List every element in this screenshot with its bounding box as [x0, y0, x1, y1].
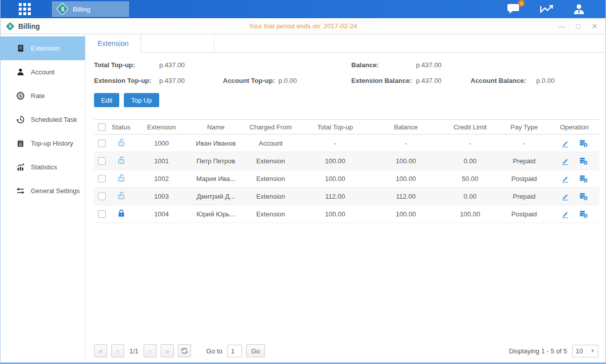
- row-checkbox[interactable]: [98, 140, 106, 147]
- edit-pencil-icon[interactable]: [561, 139, 570, 148]
- page-indicator: 1/1: [129, 347, 138, 355]
- row-checkbox[interactable]: [98, 157, 106, 165]
- edit-pencil-icon[interactable]: [561, 192, 570, 201]
- sidebar-item-statistics[interactable]: Statistics: [1, 155, 85, 179]
- sidebar-item-label: Account: [31, 68, 55, 76]
- first-page-button[interactable]: «: [94, 344, 107, 357]
- row-checkbox[interactable]: [98, 193, 106, 200]
- cell-balance: 112.00: [370, 193, 441, 200]
- col-header-extension: Extension: [133, 123, 190, 131]
- cell-name: Мария Ива...: [190, 175, 242, 183]
- sidebar-item-label: Scheduled Task: [31, 116, 77, 123]
- cell-charged-from: Extension: [242, 210, 300, 218]
- col-header-name: Name: [190, 123, 242, 131]
- goto-page-input[interactable]: [227, 345, 242, 357]
- total-topup-label: Total Top-up:: [94, 61, 159, 69]
- row-checkbox[interactable]: [98, 175, 106, 183]
- topup-coins-icon[interactable]: $: [579, 174, 588, 183]
- displaying-count: Displaying 1 - 5 of 5: [509, 347, 567, 355]
- topup-coins-icon[interactable]: $: [579, 210, 588, 218]
- prev-page-button[interactable]: ‹: [111, 344, 124, 357]
- maximize-icon[interactable]: □: [574, 22, 582, 30]
- next-page-button[interactable]: ›: [144, 344, 157, 357]
- topup-coins-icon[interactable]: $: [579, 139, 588, 148]
- cell-name: Иван Иванов: [190, 140, 242, 147]
- col-header-credit-limit: Credit Limit: [441, 123, 499, 131]
- window-title: Billing: [18, 22, 40, 30]
- account-topup-value: p.0.00: [278, 77, 297, 84]
- table-row: 1001 Петр Петров Extension 100.00 100.00…: [94, 152, 599, 170]
- edit-pencil-icon[interactable]: [561, 210, 570, 218]
- last-page-button[interactable]: »: [161, 344, 174, 357]
- extension-topup-value: p.437.00: [159, 77, 223, 84]
- cell-balance: -: [370, 140, 441, 147]
- cell-balance: 100.00: [370, 157, 441, 165]
- col-header-total-topup: Total Top-up: [300, 123, 370, 131]
- close-icon[interactable]: ✕: [590, 22, 598, 30]
- row-checkbox[interactable]: [98, 210, 106, 218]
- edit-pencil-icon[interactable]: [561, 174, 570, 183]
- user-account-icon[interactable]: [573, 3, 585, 16]
- ledger-icon: [16, 44, 25, 53]
- notepad-icon: [16, 139, 25, 148]
- sidebar-item-general-settings[interactable]: General Settings: [1, 179, 85, 203]
- select-all-checkbox[interactable]: [98, 123, 106, 131]
- sidebar-item-label: Rate: [31, 92, 44, 100]
- svg-text:$: $: [584, 143, 586, 147]
- edit-button[interactable]: Edit: [94, 93, 119, 107]
- app-window: $ Billing !: [0, 0, 606, 364]
- cell-charged-from: Extension: [242, 157, 300, 165]
- cell-credit-limit: 0.00: [441, 157, 499, 165]
- sidebar-item-topup-history[interactable]: Top-up History: [1, 131, 85, 155]
- extension-topup-label: Extension Top-up:: [94, 77, 159, 84]
- table-header-row: Status Extension Name Charged From Total…: [94, 119, 599, 134]
- page-size-value: 10: [576, 347, 583, 355]
- extension-balance-label: Extension Balance:: [351, 77, 416, 84]
- cell-pay-type: -: [499, 140, 549, 147]
- col-header-charged-from: Charged From: [242, 123, 300, 131]
- cell-extension: 1002: [133, 175, 190, 183]
- cell-total-topup: 112.00: [300, 193, 370, 200]
- svg-text:$: $: [584, 214, 586, 217]
- sidebar-item-scheduled-task[interactable]: Scheduled Task: [1, 108, 85, 131]
- page-size-select[interactable]: 10 ▼: [572, 345, 598, 357]
- svg-text:$: $: [584, 178, 586, 182]
- cell-name: Петр Петров: [190, 157, 242, 165]
- go-button[interactable]: Go: [246, 344, 265, 357]
- table-row: 1002 Мария Ива... Extension 100.00 100.0…: [94, 170, 599, 188]
- table-row: 1000 Иван Иванов Account - - - - $: [94, 134, 599, 152]
- col-header-status: Status: [109, 123, 133, 131]
- sidebar-item-account[interactable]: Account: [1, 60, 85, 84]
- cell-extension: 1004: [133, 210, 190, 218]
- sidebar-item-extension[interactable]: Extension: [1, 36, 85, 60]
- cell-credit-limit: 100.00: [441, 210, 499, 218]
- topup-coins-icon[interactable]: $: [579, 192, 588, 201]
- minimize-icon[interactable]: —: [558, 22, 566, 30]
- sidebar-item-label: Statistics: [31, 163, 57, 171]
- topup-coins-icon[interactable]: $: [579, 157, 588, 165]
- cell-charged-from: Account: [242, 140, 300, 147]
- reports-chart-icon[interactable]: [540, 4, 553, 15]
- cell-pay-type: Prepaid: [499, 157, 549, 165]
- cell-total-topup: 100.00: [300, 157, 370, 165]
- tab-extension[interactable]: Extension: [85, 34, 141, 53]
- sidebar: Extension Account $ Rate: [1, 34, 85, 362]
- person-icon: [16, 68, 25, 76]
- cell-extension: 1001: [133, 157, 190, 165]
- messages-icon[interactable]: !: [507, 3, 521, 15]
- taskbar-tab-label: Billing: [73, 6, 90, 13]
- taskbar-tab-billing[interactable]: $ Billing: [52, 2, 129, 17]
- history-clock-icon: [16, 115, 25, 124]
- trial-notice: Your trial period ends on: 2017-02-24: [1, 22, 605, 30]
- edit-pencil-icon[interactable]: [561, 157, 570, 165]
- svg-text:$: $: [19, 94, 22, 98]
- table-row: 1003 Дмитрий Д... Extension 112.00 112.0…: [94, 188, 599, 205]
- cell-total-topup: -: [300, 140, 370, 147]
- refresh-button[interactable]: [178, 344, 191, 357]
- app-launcher-icon[interactable]: [19, 3, 31, 15]
- top-up-button[interactable]: Top Up: [124, 93, 159, 107]
- sidebar-item-label: Extension: [31, 44, 60, 52]
- cell-balance: 100.00: [370, 175, 441, 183]
- sidebar-item-rate[interactable]: $ Rate: [1, 84, 85, 108]
- account-topup-label: Account Top-up:: [223, 77, 278, 84]
